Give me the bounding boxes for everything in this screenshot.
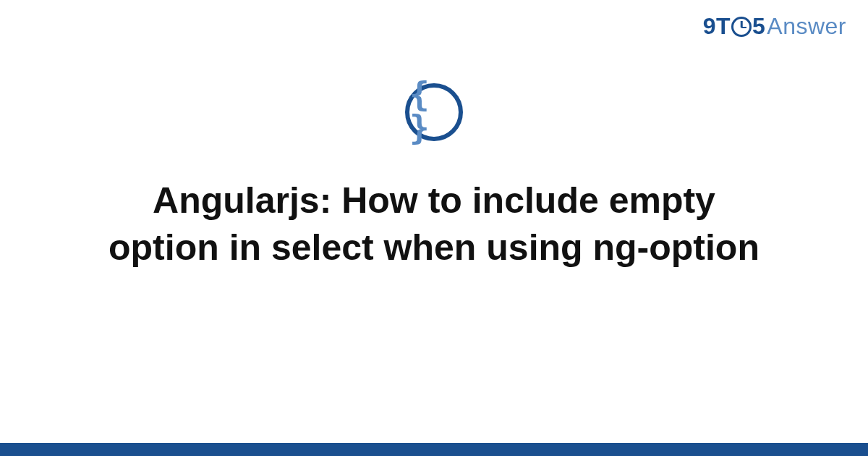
logo-answer: Answer <box>767 13 846 40</box>
site-logo[interactable]: 9 T 5 Answer <box>703 13 846 40</box>
logo-five: 5 <box>752 13 765 40</box>
footer-bar <box>0 443 868 456</box>
logo-nine: 9 <box>703 13 716 40</box>
logo-t: T <box>716 13 731 40</box>
main-content: { } Angularjs: How to include empty opti… <box>0 83 868 271</box>
category-badge: { } <box>405 83 463 141</box>
code-braces-icon: { } <box>409 77 459 144</box>
page-title: Angularjs: How to include empty option i… <box>65 177 803 271</box>
clock-icon <box>731 17 752 37</box>
